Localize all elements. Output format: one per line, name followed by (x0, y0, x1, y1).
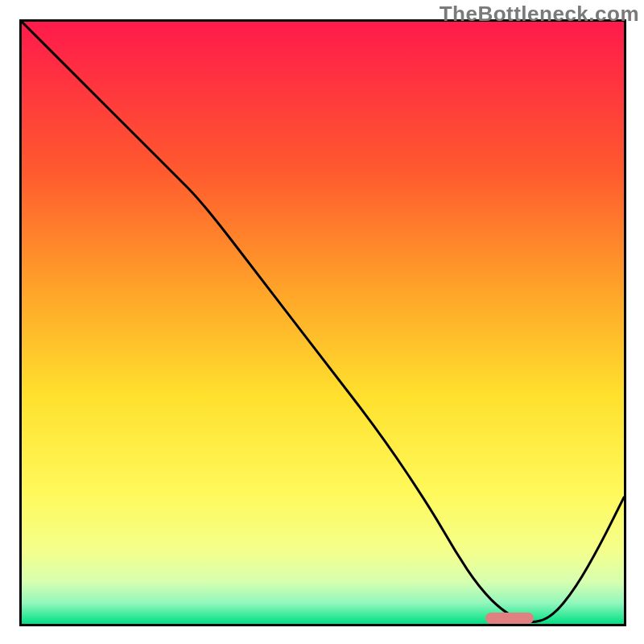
watermark-text: TheBottleneck.com (440, 2, 639, 27)
plot-area (19, 19, 626, 626)
bottleneck-chart: TheBottleneck.com (0, 0, 644, 644)
bottleneck-curve (22, 22, 624, 624)
optimal-marker (485, 613, 534, 624)
